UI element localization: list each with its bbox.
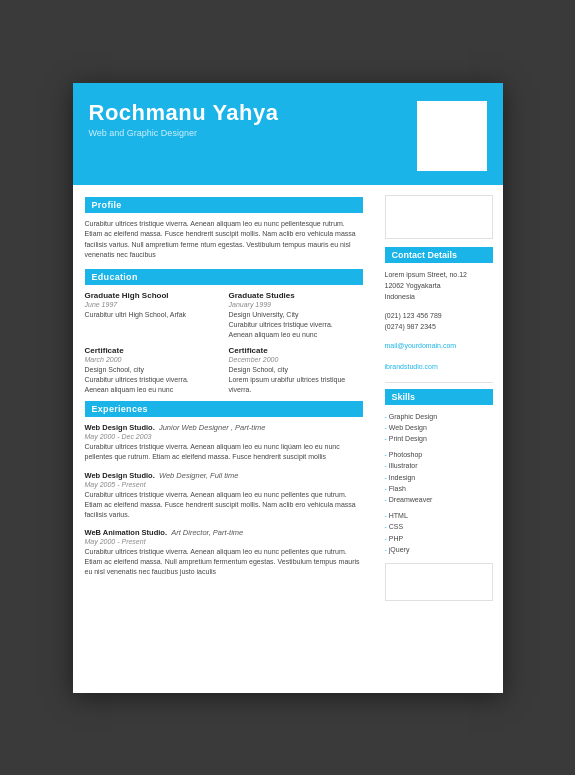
edu-date-3: December 2000 [229,356,363,363]
person-title: Web and Graphic Designer [89,128,407,138]
person-photo [417,101,487,171]
skill-item-0-2: Print Design [385,433,493,444]
skill-item-1-3: Flash [385,483,493,494]
edu-date-1: January 1999 [229,301,363,308]
experiences-section-header: Experiences [85,401,363,417]
right-column: Contact Details Lorem ipsum Street, no.1… [375,185,503,693]
resume-header: Rochmanu Yahya Web and Graphic Designer [73,83,503,185]
exp-role-2: Art Director, Part-time [171,528,243,537]
edu-title-1: Graduate Studies [229,291,363,300]
exp-date-1: May 2005 - Present [85,481,363,488]
resume-body: Profile Curabitur ultrices tristique viv… [73,185,503,693]
contact-email-block: mail@yourdomain.com [385,340,493,353]
skills-group-2: HTML CSS PHP jQuery [385,510,493,555]
header-left: Rochmanu Yahya Web and Graphic Designer [89,101,407,138]
edu-title-3: Certificate [229,346,363,355]
education-row-1: Graduate High School June 1997 Curabitur… [85,291,363,340]
contact-email: mail@yourdomain.com [385,340,493,353]
edu-text-0: Curabitur ultri High School, Arfak [85,310,219,320]
profile-text: Curabitur ultrices tristique viverra. Ae… [85,219,363,261]
profile-section-header: Profile [85,197,363,213]
skill-item-2-1: CSS [385,521,493,532]
exp-date-0: May 2000 - Dec 2003 [85,433,363,440]
contact-address-block: Lorem ipsum Street, no.1212062 Yogyakart… [385,269,493,303]
contact-phone: (021) 123 456 789(0274) 987 2345 [385,310,493,332]
edu-title-2: Certificate [85,346,219,355]
edu-text-1: Design University, CityCurabitur ultrice… [229,310,363,340]
education-row-2: Certificate March 2000 Design School, ci… [85,346,363,395]
skill-item-0-1: Web Design [385,422,493,433]
exp-company-0: Web Design Studio. [85,423,155,432]
exp-headline-2: WeB Animation Studio. Art Director, Part… [85,528,363,537]
edu-item-0: Graduate High School June 1997 Curabitur… [85,291,219,340]
exp-text-1: Curabitur ultrices tristique viverra. Ae… [85,490,363,520]
exp-role-1: Web Designer, Full time [159,471,238,480]
exp-item-2: WeB Animation Studio. Art Director, Part… [85,528,363,577]
resume-page: Rochmanu Yahya Web and Graphic Designer … [73,83,503,693]
contact-address: Lorem ipsum Street, no.1212062 Yogyakart… [385,269,493,303]
contact-section-header: Contact Details [385,247,493,263]
exp-headline-1: Web Design Studio. Web Designer, Full ti… [85,471,363,480]
edu-date-0: June 1997 [85,301,219,308]
skill-item-1-4: Dreamweaver [385,494,493,505]
photo-placeholder [385,195,493,239]
exp-item-0: Web Design Studio. Junior Web Designer ,… [85,423,363,462]
contact-phone-block: (021) 123 456 789(0274) 987 2345 [385,310,493,332]
exp-text-2: Curabitur ultrices tristique viverra. Ae… [85,547,363,577]
edu-item-2: Certificate March 2000 Design School, ci… [85,346,219,395]
exp-date-2: May 2000 - Present [85,538,363,545]
exp-text-0: Curabitur ultrices tristique viverra. Ae… [85,442,363,462]
edu-item-3: Certificate December 2000 Design School,… [229,346,363,395]
bottom-right-box [385,563,493,601]
edu-text-2: Design School, cityCurabitur ultrices tr… [85,365,219,395]
resume-container: Rochmanu Yahya Web and Graphic Designer … [73,83,503,693]
skill-item-0-0: Graphic Design [385,411,493,422]
education-section-header: Education [85,269,363,285]
skill-item-2-3: jQuery [385,544,493,555]
skills-group-1: Photoshop Illustrator Indesign Flash Dre… [385,449,493,505]
edu-title-0: Graduate High School [85,291,219,300]
edu-text-3: Design School, cityLorem ipsum urabifur … [229,365,363,395]
exp-company-2: WeB Animation Studio. [85,528,168,537]
edu-date-2: March 2000 [85,356,219,363]
skill-item-1-1: Illustrator [385,460,493,471]
skill-item-1-2: Indesign [385,472,493,483]
person-name: Rochmanu Yahya [89,101,407,125]
exp-item-1: Web Design Studio. Web Designer, Full ti… [85,471,363,520]
skill-item-1-0: Photoshop [385,449,493,460]
exp-role-0: Junior Web Designer , Part-time [159,423,266,432]
left-column: Profile Curabitur ultrices tristique viv… [73,185,375,693]
contact-website: ibrandstudio.com [385,361,493,374]
right-divider-1 [385,382,493,383]
skills-section-header: Skills [385,389,493,405]
skills-group-0: Graphic Design Web Design Print Design [385,411,493,445]
contact-website-block: ibrandstudio.com [385,361,493,374]
edu-item-1: Graduate Studies January 1999 Design Uni… [229,291,363,340]
skill-item-2-2: PHP [385,533,493,544]
exp-headline-0: Web Design Studio. Junior Web Designer ,… [85,423,363,432]
exp-company-1: Web Design Studio. [85,471,155,480]
skill-item-2-0: HTML [385,510,493,521]
